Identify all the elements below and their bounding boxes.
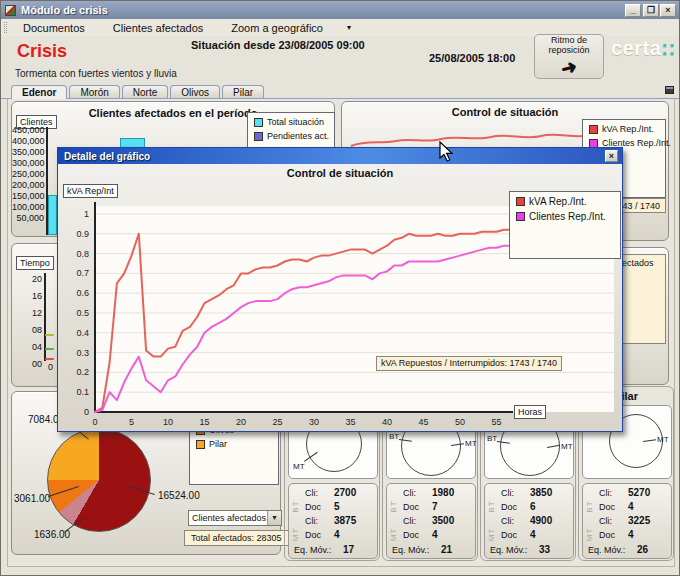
maximize-button[interactable]: ❐ [643,4,659,17]
axis-tick-label: 20 [20,271,42,288]
stat-label: Cli: [501,488,514,498]
svg-text:15: 15 [199,417,209,427]
stat-value: 5 [334,501,340,512]
axis-tick-label: 100,000 [12,202,44,213]
tab-mor-n[interactable]: Morón [69,85,119,99]
svg-text:20: 20 [236,417,246,427]
svg-text:10: 10 [163,417,173,427]
dialog-title-bar[interactable]: Detalle del gráfico [58,148,622,164]
mini-widget-icon[interactable] [665,86,674,94]
kva-annotation: kVA Repuestos / Interrumpidos: 1743 / 17… [376,356,562,371]
svg-text:25: 25 [272,417,282,427]
legend-label: kVA Rep./Int. [529,196,587,207]
stat-value: 1980 [432,487,454,498]
region-stats-panel: BTMTCli:5270Doc4Cli:3225Doc4Eq. Móv.:26 [582,483,672,559]
stat-value: 6 [530,501,536,512]
x-axis-label-box: Horas [514,405,546,419]
svg-text:0.7: 0.7 [76,268,89,278]
menu-grip-icon [4,22,7,33]
sparkline-fragment [45,334,54,336]
legend-swatch [516,197,525,206]
svg-text:0: 0 [84,407,89,417]
legend-entry: kVA Rep./Int. [589,124,665,134]
stat-value: 2700 [334,487,356,498]
certa-logo: certa:: [611,37,676,60]
detalle-grafico-dialog: Detalle del gráfico × 00.10.20.30.40.50.… [57,147,623,432]
stat-value: 3875 [334,515,356,526]
afectados-pie-chart [47,428,151,532]
mt-label: MT [657,435,669,444]
stat-value: 3225 [628,515,650,526]
menu-caret-icon[interactable]: ▾ [347,23,351,32]
mt-label: MT [465,439,477,448]
tab-pilar[interactable]: Pilar [222,85,264,99]
svg-text:30: 30 [309,417,319,427]
legend-label: Total situación [267,117,324,127]
axis-tick-label: 350,000 [12,147,44,158]
bt-label: BT [487,434,497,443]
chevron-down-icon[interactable]: ▼ [267,511,281,525]
stat-label: Cli: [403,516,416,526]
dialog-chart-title: Control de situación [58,167,622,179]
mt-group-label: MT [585,525,594,545]
stat-label: Cli: [501,516,514,526]
axis-tick-label: 200,000 [12,180,44,191]
eq-mov-value: 33 [539,544,550,555]
svg-text:0: 0 [92,417,97,427]
tab-edenor[interactable]: Edenor [11,85,67,99]
svg-text:0.3: 0.3 [76,348,89,358]
dialog-close-button[interactable]: × [605,150,618,162]
menu-items: DocumentosClientes afectadosZoom a geogr… [17,21,345,35]
axis-tick-label: 450,000 [12,125,44,136]
tab-norte[interactable]: Norte [122,85,168,99]
ritmo-reposicion-button[interactable]: Ritmo de reposición ➜ [534,34,604,79]
total-afectados-badge: Total afectados: 28305 [184,530,289,546]
ritmo-label-1: Ritmo de [535,35,603,45]
stat-label: Doc [501,502,517,512]
bt-group-label: BT [291,497,300,517]
legend-entry: Pendientes act. [254,131,334,141]
crisis-description: Tormenta con fuertes vientos y lluvia [15,68,177,79]
stat-value: 4 [432,529,438,540]
clientes-afectados-dropdown[interactable]: Clientes afectados ▼ [188,510,282,526]
axis-tick-label: 400,000 [12,136,44,147]
eq-mov-value: 21 [441,544,452,555]
bt-group-label: BT [389,497,398,517]
bt-group-label: BT [487,497,496,517]
menu-item-zoom-a-geogr-fico[interactable]: Zoom a geográfico [225,21,329,35]
x-origin-label: 0 [48,362,53,372]
legend-entry: Clientes Rep./Int. [516,211,620,222]
legend-label: Clientes Rep./Int. [529,211,606,222]
menu-item-clientes-afectados[interactable]: Clientes afectados [107,21,210,35]
minimize-button[interactable]: _ [625,4,641,17]
mt-label: MT [561,442,573,451]
title-bar[interactable]: Módulo de crisis [1,1,680,19]
trend-arrow-icon: ➜ [558,54,579,80]
pie-value-label: 16524.00 [158,490,200,501]
mt-group-label: MT [487,525,496,545]
region-stats-panel: BTMTCli:1980Doc7Cli:3500Doc4Eq. Móv.:21 [386,483,476,559]
logo-text: certa [611,37,661,59]
stat-value: 4 [628,501,634,512]
stat-value: 4900 [530,515,552,526]
svg-text:5: 5 [129,417,134,427]
svg-text:0.4: 0.4 [76,328,89,338]
legend-label: Pilar [209,439,227,449]
bt-label: BT [389,432,399,441]
stat-label: Cli: [599,488,612,498]
stat-value: 7 [432,501,438,512]
stat-label: Doc [599,530,615,540]
panel-title: Control de situación [342,106,668,118]
app-icon [5,5,16,16]
menu-item-documentos[interactable]: Documentos [17,21,91,35]
legend-swatch [254,132,263,141]
svg-text:0.9: 0.9 [76,229,89,239]
close-button[interactable]: × [660,4,676,17]
svg-text:40: 40 [382,417,392,427]
axis-tick-label: 00 [20,356,42,373]
eq-mov-label: Eq. Móv.: [392,545,429,555]
tab-olivos[interactable]: Olivos [170,85,220,99]
svg-text:45: 45 [418,417,428,427]
stat-label: Cli: [305,516,318,526]
region-stats-panel: BTMTCli:2700Doc5Cli:3875Doc4Eq. Móv.:17 [288,483,378,559]
